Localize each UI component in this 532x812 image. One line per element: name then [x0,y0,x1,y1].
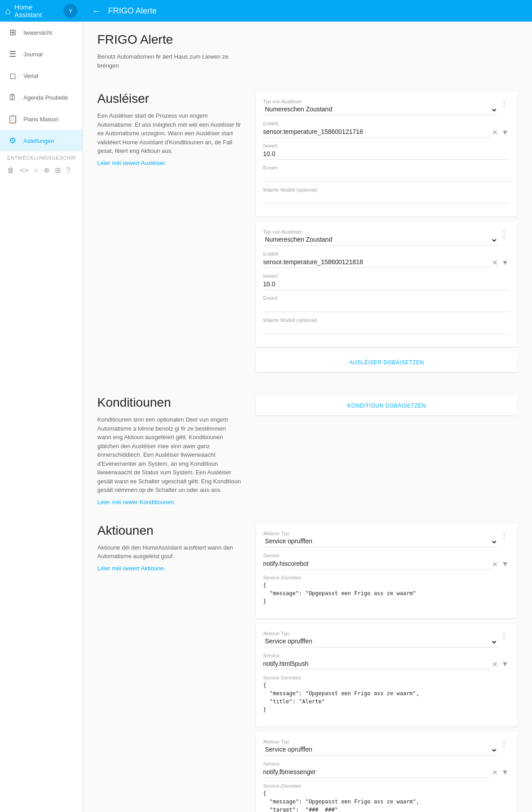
aktioun-card-3: Aktioun Typ Service oprufffen ⋮ Service [256,732,518,812]
sidebar-item-plans-maison[interactable]: 📋 Plans Maison [0,108,82,130]
calendar-icon: 🗓 [7,93,18,102]
service-input-3[interactable] [263,767,490,778]
dev-tools-row: 🗑 <> ○ ⊕ ⊞ ? [0,162,82,178]
entity-input-2[interactable] [263,257,490,268]
dev-section-label: Entwécklungsgeschir [0,151,82,162]
entity-input-1[interactable] [263,127,490,138]
ennert-label-1: Ënnert [263,165,510,170]
type-select-1[interactable]: Numereschen Zoustand [263,105,498,115]
sidebar-item-verlaf[interactable]: ◻ Verlaf [0,65,82,87]
help-icon[interactable]: ? [66,166,70,174]
grid-icon: ⊞ [7,28,18,37]
main-content: FRIGO Alerte Benotz Automatismen fir äer… [83,22,532,812]
service-dropdown-2[interactable]: ▼ [500,660,510,668]
dropdown-icon-2[interactable]: ▼ [500,259,510,267]
service-label-2: Service [263,653,510,658]
back-button[interactable]: ← [90,4,103,18]
sidebar-item-label: Plans Maison [23,116,59,123]
circle-icon[interactable]: ○ [34,166,38,174]
aktioun-typ-label-3: Aktioun Typ [263,739,498,744]
topbar: ⌂ Home Assistant Y ← FRIGO Alerte [0,0,532,22]
service-donneen-label-2: Service-Donnéen [263,675,510,680]
sidebar-item-agenda-poubelle[interactable]: 🗓 Agenda Poubelle [0,87,82,108]
aktiounen-link[interactable]: Léier méi iwwert Aktioune. [97,565,165,572]
dropdown-icon-1[interactable]: ▼ [500,128,510,137]
service-dropdown-3[interactable]: ▼ [500,768,510,776]
ausleiser-link[interactable]: Léier méi iwwert Ausléiser. [97,160,166,166]
service-clear-3[interactable]: ✕ [490,768,500,777]
konditiounen-description: Konditiounen sinn een optionalen Deel vu… [97,415,241,495]
add-ausleiser-card: AUSLÉISER DOBÄISETZEN [256,352,518,372]
gear-icon: ⚙ [7,136,18,146]
sidebar-item-label: Iwwersiicht [23,29,52,36]
service-input-2[interactable] [263,659,490,670]
iwert-input-1[interactable] [263,149,510,160]
app-title: Home Assistant [14,3,60,18]
aktioun-typ-select-2[interactable]: Service oprufffen [263,637,498,647]
aktioun-typ-label-2: Aktioun Typ [263,631,498,636]
waerte-input-2[interactable] [263,324,510,334]
sidebar-item-journal[interactable]: ☰ Journal [0,43,82,65]
page-title: FRIGO Alerte [97,32,241,47]
trash-icon[interactable]: 🗑 [7,166,14,174]
add-konditioun-button[interactable]: KONDITIOUN DOBÄISETZEN [347,403,426,409]
service-donneen-value-3: { "message": "Opgepasst een Frigo ass ze… [263,789,510,812]
user-avatar[interactable]: Y [64,4,77,18]
iwert-input-2[interactable] [263,280,510,290]
sidebar-item-label: Agenda Poubelle [23,94,68,101]
sidebar-item-astellungen[interactable]: ⚙ Astellungen [0,130,82,151]
aktiounen-title: Aktiounen [97,523,241,538]
service-clear-1[interactable]: ✕ [490,560,500,569]
service-donneen-value-1: { "message": "Opgepasst een Frigo ass ze… [263,581,510,606]
sidebar: ⊞ Iwwersiicht ☰ Journal ◻ Verlaf 🗓 Agend… [0,22,83,812]
aktiounen-section: Aktiounen Aktioune déi den HomeAssistant… [97,523,518,812]
verlaf-icon: ◻ [7,71,18,81]
konditiounen-link[interactable]: Léier méi iwwer Konditiounen. [97,499,175,505]
topbar-page-title: FRIGO Alerte [108,6,157,16]
ennert-input-1[interactable] [263,171,510,182]
service-donneen-label-3: Service-Donnéen [263,783,510,789]
ausleiser-title: Ausléiser [97,92,241,106]
service-label-3: Service [263,761,510,766]
aktioun-typ-select-3[interactable]: Service oprufffen [263,745,498,756]
sidebar-item-label: Verlaf [23,73,38,79]
topbar-main: ← FRIGO Alerte [83,4,532,18]
code-icon[interactable]: <> [20,166,28,174]
service-input-1[interactable] [263,559,490,569]
waerte-input-1[interactable] [263,193,510,204]
konditiounen-title: Konditiounen [97,395,241,410]
type-select-2[interactable]: Numereschen Zoustand [263,235,498,246]
aktioun-more-3[interactable]: ⋮ [498,739,510,748]
home-assistant-logo-icon: ⌂ [5,6,11,16]
aktioun-more-1[interactable]: ⋮ [498,531,510,540]
ausleiser-card-1: Typ vun Ausléiser Numereschen Zoustand ⋮… [256,92,518,216]
clear-icon-2[interactable]: ✕ [490,258,500,267]
waerte-label-1: Wäerte Modell (optional) [263,187,510,193]
clear-icon-1[interactable]: ✕ [490,128,500,137]
aktioun-more-2[interactable]: ⋮ [498,631,510,640]
aktioun-typ-label-1: Aktioun Typ [263,531,498,536]
aktiounen-description: Aktioune déi den HomeAssistant ausféiert… [97,543,241,561]
type-label-1: Typ vun Ausléiser [263,99,498,104]
ennert-label-2: Ënnert [263,295,510,301]
entity-label-1: Entitéit [263,121,510,126]
aktioun-card-2: Aktioun Typ Service oprufffen ⋮ Service [256,624,518,726]
more-menu-1[interactable]: ⋮ [498,99,510,108]
type-label-2: Typ vun Ausléiser [263,229,498,234]
entity-label-2: Entitéit [263,251,510,257]
service-dropdown-1[interactable]: ▼ [500,560,510,568]
service-clear-2[interactable]: ✕ [490,660,500,669]
ennert-input-2[interactable] [263,302,510,312]
grid2-icon[interactable]: ⊞ [55,166,61,174]
plus-circle-icon[interactable]: ⊕ [44,166,50,174]
service-donneen-label-1: Service-Donnéen [263,575,510,580]
ausleiser-card-2: Typ vun Ausléiser Numereschen Zoustand ⋮… [256,222,518,347]
ausleiser-description: Een Ausléiser start de Prozess vun engem… [97,111,241,156]
more-menu-2[interactable]: ⋮ [498,229,510,238]
sidebar-item-label: Astellungen [23,138,54,144]
add-ausleiser-button[interactable]: AUSLÉISER DOBÄISETZEN [350,359,424,366]
service-donneen-value-2: { "message": "Opgepasst een Frigo ass ze… [263,681,510,714]
sidebar-item-iwwersiicht[interactable]: ⊞ Iwwersiicht [0,22,82,43]
ausleiser-section: Ausléiser Een Ausléiser start de Prozess… [97,92,518,377]
aktioun-typ-select-1[interactable]: Service oprufffen [263,537,498,547]
